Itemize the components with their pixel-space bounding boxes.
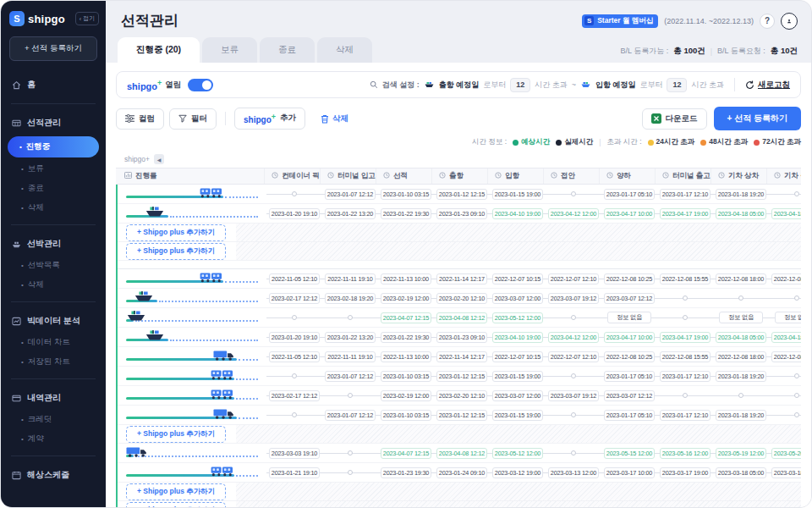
table-row[interactable]: 2023-01-07 12:122023-01-10 03:152023-01-… xyxy=(118,185,801,204)
tab-3[interactable]: 삭제 xyxy=(317,37,372,63)
stage-cell-1 xyxy=(322,308,378,327)
filter-button[interactable]: 필터 xyxy=(169,108,217,130)
empty-node-icon xyxy=(571,412,576,417)
sidebar-item-2-1[interactable]: •삭제 xyxy=(1,275,106,295)
clock-icon xyxy=(439,172,446,180)
column-header-0: 진행률 xyxy=(116,168,265,184)
legend-dot-icon xyxy=(556,140,562,146)
refresh-icon xyxy=(745,80,754,90)
bl-info: B/L 등록가능 :총 100건 | B/L 등록요청 :총 10건 xyxy=(621,46,798,63)
table-row[interactable]: 2023-04-07 12:152023-04-08 12:122023-05-… xyxy=(118,308,801,328)
table-row[interactable]: 2023-01-20 19:102023-01-22 13:202023-01-… xyxy=(118,204,801,224)
table-row[interactable]: 2023-03-03 19:102023-04-07 12:152023-04-… xyxy=(118,444,801,463)
stage-cell-2: 2023-01-22 19:30 xyxy=(378,328,434,346)
delete-button[interactable]: 삭제 xyxy=(315,113,354,125)
stage-cell-9: 2023-05-20 12:00 xyxy=(769,444,801,462)
add-shipgo-plus-button[interactable]: + Shipgo plus 추가하기 xyxy=(126,243,226,260)
sidebar-item-1-3[interactable]: •삭제 xyxy=(1,198,106,218)
progress-line-remaining xyxy=(170,340,258,341)
datetime-chip: 2023-05-19 12:00 xyxy=(716,448,766,459)
tab-1[interactable]: 보류 xyxy=(202,37,257,63)
sidebar-section-3[interactable]: 빅데이터 분석 xyxy=(1,309,106,333)
datetime-chip: 2022-12-07 12:10 xyxy=(548,351,599,362)
stage-cell-4: 2023-01-15 19:00 xyxy=(490,185,546,203)
profile-avatar-button[interactable] xyxy=(781,13,798,30)
register-shipment-button[interactable]: + 선적 등록하기 xyxy=(714,107,801,130)
sidebar-register-button[interactable]: + 선적 등록하기 xyxy=(9,36,97,61)
add-shipgo-plus-row: + Shipgo plus 추가하기 xyxy=(118,501,801,507)
sidebar-item-2-0[interactable]: •선박목록 xyxy=(1,256,106,275)
download-button[interactable]: 다운로드 xyxy=(642,108,707,130)
progress-icon xyxy=(124,172,132,180)
datetime-chip: 2023-01-22 19:30 xyxy=(381,208,431,219)
sidebar-collapse-button[interactable]: ‹접기 xyxy=(75,12,99,25)
legend-time-label: 시간 정보 : xyxy=(472,137,507,147)
table-row[interactable]: 2023-01-20 19:102023-01-22 13:202023-01-… xyxy=(118,328,801,347)
table-row[interactable]: 2023-02-17 12:122023-02-18 19:202023-02-… xyxy=(118,289,801,308)
stage-cell-9: 2022-12-08 20:55 xyxy=(769,269,801,288)
stage-cell-3: 2023-01-23 09:10 xyxy=(434,328,490,346)
table-row[interactable]: 2023-02-17 12:122023-02-19 12:002023-02-… xyxy=(118,386,801,406)
stage-cell-3: 2023-01-23 09:10 xyxy=(434,204,490,223)
table-row[interactable]: 2023-01-07 12:122023-01-10 03:152023-01-… xyxy=(118,367,801,386)
progress-cell xyxy=(118,406,266,424)
vessel-icon xyxy=(11,240,21,249)
sidebar-section-4[interactable]: 내역관리 xyxy=(1,386,106,410)
stage-cell-3: 2023-01-12 12:15 xyxy=(434,406,490,424)
shipgo-plus-logo: shipgo+ xyxy=(127,79,162,91)
sidebar-section-0[interactable]: 홈 xyxy=(1,73,106,97)
progress-cell xyxy=(118,367,266,385)
datetime-chip: 2023-03-03 19:10 xyxy=(269,448,320,459)
datetime-chip: 2023-01-18 19:20 xyxy=(716,410,766,421)
stage-cell-0: 2023-03-03 19:10 xyxy=(266,444,322,462)
stage-cell-9: 2023-04-18 07:00 xyxy=(769,328,801,346)
sidebar-item-4-0[interactable]: •크레딧 xyxy=(1,410,106,429)
stage-cell-4: 2023-03-12 19:00 xyxy=(490,463,546,482)
add-shipgo-plus-button[interactable]: + Shipgo plus 추가하기 xyxy=(126,224,226,241)
tab-2[interactable]: 종료 xyxy=(260,37,315,63)
group-collapse-button[interactable]: ◀ xyxy=(154,154,164,164)
stage-cell-6: 2023-05-15 12:00 xyxy=(601,444,657,462)
datetime-chip: 2023-01-10 03:15 xyxy=(381,189,431,200)
table-row[interactable]: 2023-01-21 19:102023-01-23 19:302023-01-… xyxy=(118,463,801,483)
column-header-4: 출항 xyxy=(432,168,488,184)
add-shipgo-plus-button[interactable]: + Shipgo plus 추가하기 xyxy=(126,426,226,443)
datetime-chip: 2023-04-12 12:00 xyxy=(548,208,599,219)
sidebar-item-label: 계약 xyxy=(28,433,44,444)
time-legend: 시간 정보 :예상시간실제시간|초과 시간 :24시간 초과48시간 초과72시… xyxy=(116,137,801,147)
columns-button[interactable]: 컬럼 xyxy=(116,108,164,130)
sidebar-item-4-1[interactable]: •계약 xyxy=(1,429,106,449)
sidebar-item-1-2[interactable]: •종료 xyxy=(1,179,106,198)
sidebar-item-1-0[interactable]: •진행중 xyxy=(8,136,99,157)
tab-0[interactable]: 진행중 (20) xyxy=(118,37,200,63)
main-header: 선적관리 S Starter 월 멤버십 (2022.11.14. ~2022.… xyxy=(106,1,811,37)
table-row[interactable]: 2023-01-07 12:122023-01-10 03:152023-01-… xyxy=(118,406,801,425)
sidebar-item-1-1[interactable]: •보류 xyxy=(1,159,106,179)
shipgo-plus-toggle[interactable] xyxy=(188,79,213,91)
stage-cell-7 xyxy=(657,386,713,405)
add-shipgo-plus-button[interactable]: + Shipgo plus 추가하기 xyxy=(126,483,226,500)
shipgo-plus-add-button[interactable]: shipgo+ 추가 xyxy=(234,108,305,130)
sidebar-section-5[interactable]: 해상스케줄 xyxy=(1,463,106,487)
add-shipgo-plus-button[interactable]: + Shipgo plus 추가하기 xyxy=(126,502,226,508)
stage-cell-2: 2023-04-07 12:15 xyxy=(378,308,434,327)
sidebar-item-3-0[interactable]: •데이터 차트 xyxy=(1,333,106,352)
stage-cell-4: 2023-05-12 12:00 xyxy=(490,444,546,462)
datetime-chip: 2023-05-12 12:00 xyxy=(492,448,543,459)
refresh-button[interactable]: 새로고침 xyxy=(745,80,790,91)
stage-cell-8: 2023-01-18 19:20 xyxy=(713,185,769,203)
table-row[interactable]: 2022-11-05 12:102022-11-11 19:102022-11-… xyxy=(118,347,801,367)
stage-cell-3: 2023-01-12 12:15 xyxy=(434,185,490,203)
sidebar-section-1[interactable]: 선적관리 xyxy=(1,111,106,135)
datetime-chip: 2022-12-07 12:10 xyxy=(548,273,599,284)
table-row[interactable]: 2022-11-05 12:102022-11-11 19:102022-11-… xyxy=(118,269,801,289)
stage-cell-8: 2022-12-08 18:00 xyxy=(713,347,769,366)
sidebar-item-3-1[interactable]: •저장된 차트 xyxy=(1,352,106,372)
help-button[interactable]: ? xyxy=(760,14,775,29)
sidebar-section-2[interactable]: 선박관리 xyxy=(1,232,106,256)
stage-cell-9 xyxy=(769,386,801,405)
arrival-hours-input[interactable]: 12 xyxy=(667,78,687,92)
datetime-chip: 2022-11-11 19:10 xyxy=(325,351,375,362)
departure-hours-input[interactable]: 12 xyxy=(510,78,530,92)
group-tag-row: shipgo+ ◀ xyxy=(116,152,801,168)
